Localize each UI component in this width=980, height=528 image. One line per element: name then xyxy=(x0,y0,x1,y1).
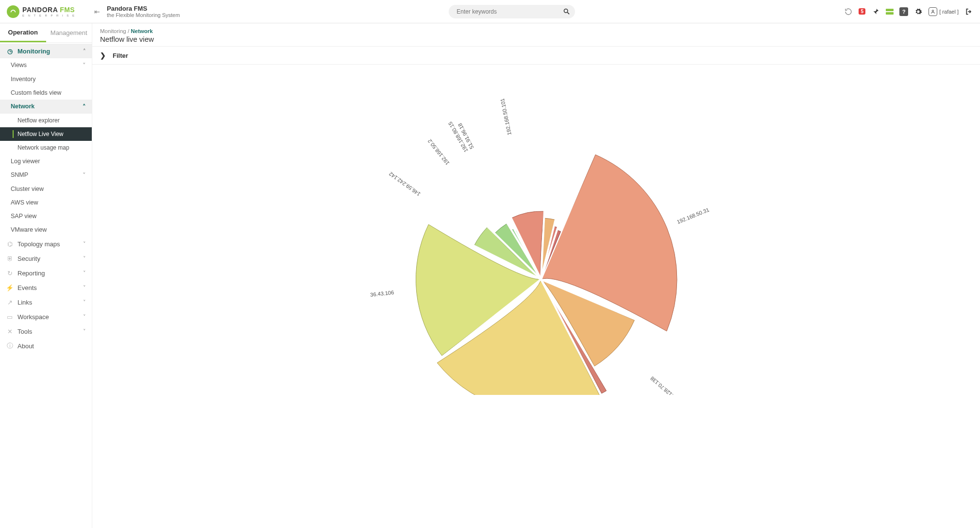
menu-network-usage-map[interactable]: Network usage map xyxy=(0,141,92,154)
gear-icon[interactable] xyxy=(914,7,923,16)
menu-sap-view[interactable]: SAP view xyxy=(0,209,92,223)
tab-management[interactable]: Management xyxy=(46,23,92,42)
sidebar-menu: ◷ Monitoring ˄ Views˅ Inventory Custom f… xyxy=(0,43,92,353)
app-subtitle: the Flexible Monitoring System xyxy=(107,12,180,18)
alerts-badge[interactable]: 5 xyxy=(859,8,865,15)
menu-netflow-explorer[interactable]: Netflow explorer xyxy=(0,114,92,127)
menu-snmp[interactable]: SNMP˅ xyxy=(0,168,92,182)
menu-custom-fields[interactable]: Custom fields view xyxy=(0,86,92,100)
shield-icon: ⛨ xyxy=(6,255,14,262)
menu-netflow-live-view[interactable]: Netflow Live View xyxy=(0,127,92,141)
app-logo[interactable]: PANDORA FMS E N T E R P R I S E xyxy=(7,5,92,18)
menu-cluster-view[interactable]: Cluster view xyxy=(0,182,92,196)
filter-bar: ❯ Filter xyxy=(92,47,980,65)
svg-point-2 xyxy=(932,10,934,11)
refresh-icon[interactable] xyxy=(844,7,853,16)
menu-about[interactable]: ⓘAbout xyxy=(0,339,92,353)
page-title: Netflow live view xyxy=(100,35,972,43)
logo-badge-icon xyxy=(7,5,19,18)
reporting-icon: ↻ xyxy=(6,269,14,277)
menu-reporting[interactable]: ↻Reporting˅ xyxy=(0,266,92,280)
breadcrumb-root[interactable]: Monitoring xyxy=(100,28,126,34)
chart-slice-label: 192.168.50.31 xyxy=(676,206,710,224)
topology-icon: ⌬ xyxy=(6,240,14,248)
avatar-icon xyxy=(929,7,937,16)
menu-monitoring[interactable]: ◷ Monitoring ˄ xyxy=(0,44,92,58)
logo-text: PANDORA FMS E N T E R P R I S E xyxy=(22,6,76,17)
pin-icon[interactable] xyxy=(871,7,880,16)
menu-network[interactable]: Network˄ xyxy=(0,100,92,114)
chart-slice-label: 146.59.242.142 xyxy=(388,171,422,197)
menu-topology-maps[interactable]: ⌬Topology maps˅ xyxy=(0,237,92,251)
links-icon: ↗ xyxy=(6,298,14,306)
menu-events[interactable]: ⚡Events˅ xyxy=(0,280,92,295)
app-title-block: Pandora FMS the Flexible Monitoring Syst… xyxy=(100,5,180,18)
search-icon[interactable] xyxy=(563,8,570,17)
sidebar: Operation Management ◷ Monitoring ˄ View… xyxy=(0,23,92,528)
help-icon[interactable]: ? xyxy=(899,7,908,16)
breadcrumb: Monitoring / Network xyxy=(100,28,972,34)
menu-workspace[interactable]: ▭Workspace˅ xyxy=(0,309,92,324)
menu-tools[interactable]: ✕Tools˅ xyxy=(0,324,92,339)
chart-slice-label: 57.128.70.138 xyxy=(649,375,679,395)
netflow-pie-chart[interactable]: 192.168.50.3157.128.70.13854.198.86.2417… xyxy=(337,70,735,395)
main-content: Monitoring / Network Netflow live view ❯… xyxy=(92,23,980,528)
logout-icon[interactable] xyxy=(964,7,973,16)
chevron-up-icon: ˄ xyxy=(83,48,86,54)
breadcrumb-bar: Monitoring / Network Netflow live view xyxy=(92,23,980,47)
menu-inventory[interactable]: Inventory xyxy=(0,72,92,86)
filter-label: Filter xyxy=(113,52,128,59)
chart-area: 192.168.50.3157.128.70.13854.198.86.2417… xyxy=(92,65,980,395)
workspace-icon: ▭ xyxy=(6,313,14,321)
filter-expand-icon[interactable]: ❯ xyxy=(100,51,106,59)
search-input[interactable] xyxy=(449,5,575,18)
tab-operation[interactable]: Operation xyxy=(0,23,46,42)
chart-slice-label: 192.168.50.2 xyxy=(426,138,450,166)
breadcrumb-leaf[interactable]: Network xyxy=(131,28,152,34)
app-title: Pandora FMS xyxy=(107,5,180,12)
menu-links[interactable]: ↗Links˅ xyxy=(0,295,92,309)
status-bars-icon[interactable] xyxy=(886,9,894,15)
monitoring-icon: ◷ xyxy=(6,47,14,55)
menu-security[interactable]: ⛨Security˅ xyxy=(0,251,92,266)
info-icon: ⓘ xyxy=(6,342,14,350)
chart-slice-label: 36.43.106 xyxy=(370,290,394,298)
chart-slice-label: 192.168.50.101 xyxy=(499,98,512,136)
topbar: PANDORA FMS E N T E R P R I S E ⇤ Pandor… xyxy=(0,0,980,23)
collapse-sidebar-icon[interactable]: ⇤ xyxy=(94,8,100,16)
user-menu[interactable]: [ rafael ] xyxy=(929,7,959,16)
search-box xyxy=(449,5,575,18)
tools-icon: ✕ xyxy=(6,327,14,335)
svg-point-0 xyxy=(564,9,568,13)
menu-views[interactable]: Views˅ xyxy=(0,58,92,72)
menu-aws-view[interactable]: AWS view xyxy=(0,196,92,209)
svg-line-1 xyxy=(568,12,570,14)
menu-log-viewer[interactable]: Log viewer xyxy=(0,154,92,168)
menu-vmware-view[interactable]: VMware view xyxy=(0,223,92,237)
events-icon: ⚡ xyxy=(6,284,14,291)
topbar-icons: 5 ? [ rafael ] xyxy=(844,7,973,16)
user-label: [ rafael ] xyxy=(939,9,959,15)
